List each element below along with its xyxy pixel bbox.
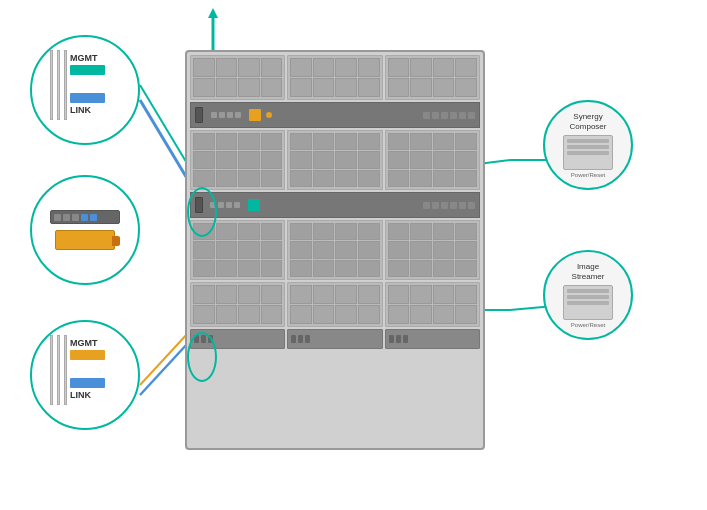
synergy-composer-label: SynergyComposer [570, 112, 607, 133]
circle-mgmt-top: MGMT LINK [30, 35, 140, 145]
svg-marker-2 [208, 8, 218, 18]
circle-sfp [30, 175, 140, 285]
power-reset-label-composer: Power/Reset [571, 172, 605, 178]
power-reset-label-streamer: Power/Reset [571, 322, 605, 328]
circle-mgmt-bot: MGMT LINK [30, 320, 140, 430]
main-container: MGMT LINK [0, 0, 707, 510]
mgmt-label-top: MGMT [70, 53, 98, 63]
image-streamer-label: ImageStreamer [572, 262, 605, 283]
mgmt-label-bot: MGMT [70, 338, 98, 348]
chassis [185, 50, 485, 450]
link-label-bot: LINK [70, 390, 91, 400]
chassis-container [185, 50, 485, 450]
link-label-top: LINK [70, 105, 91, 115]
